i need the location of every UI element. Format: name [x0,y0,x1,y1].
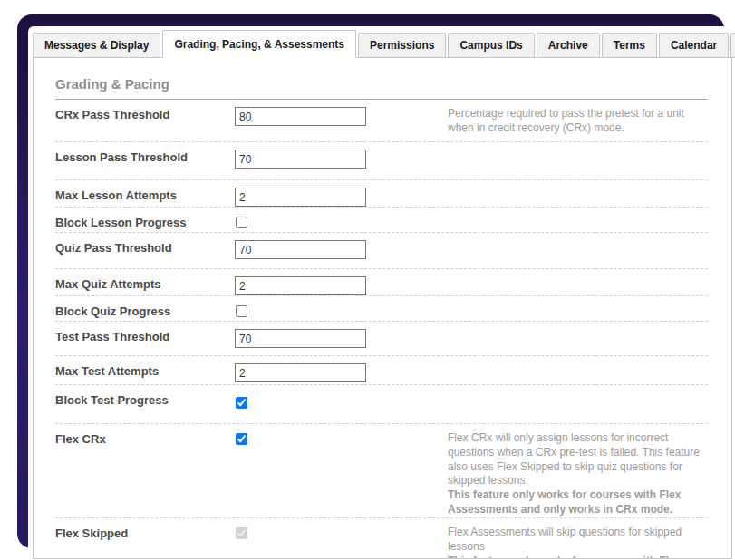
form-row-quiz-pass-threshold: Quiz Pass Threshold [55,233,708,269]
form-row-block-test-progress: Block Test Progress [55,385,708,424]
tab-archive[interactable]: Archive [537,33,600,58]
field-help [448,362,708,363]
field-control [235,430,448,449]
flex-skipped-checkbox [236,527,247,539]
help-text-bold: This feature only works for courses with… [448,488,708,517]
form-row-max-quiz-attempts: Max Quiz Attempts [55,269,708,296]
field-help [448,302,708,304]
field-help: Percentage required to pass the pretest … [448,105,708,136]
form-row-block-quiz-progress: Block Quiz Progress [55,296,708,322]
field-label: Quiz Pass Threshold [55,238,235,255]
max-quiz-attempts-input[interactable] [235,276,366,295]
field-help [448,327,708,329]
field-help [448,186,708,188]
form-row-test-pass-threshold: Test Pass Threshold [55,322,708,356]
field-control [235,186,448,207]
field-control [235,524,448,543]
flex-crx-checkbox[interactable] [236,433,247,445]
field-control [235,302,448,321]
field-control [235,275,448,295]
form-row-max-lesson-attempts: Max Lesson Attempts [55,180,708,208]
help-text: Percentage required to pass the pretest … [448,107,684,134]
field-label: Max Test Attempts [55,362,235,378]
field-label: Block Quiz Progress [55,302,235,318]
form-row-flex-skipped: Flex Skipped Flex Assessments will skip … [55,518,708,559]
tab-permissions[interactable]: Permissions [358,33,446,58]
field-control [235,391,448,412]
field-label: Block Lesson Progress [55,213,235,229]
field-label: Flex CRx [55,430,235,446]
field-control [235,238,448,259]
max-test-attempts-input[interactable] [235,363,366,382]
field-control [235,105,448,126]
tab-grading-pacing-assessments[interactable]: Grading, Pacing, & Assessments [162,30,356,58]
field-control [235,362,448,382]
field-label: Flex Skipped [55,524,235,540]
field-help [448,391,708,392]
field-label: CRx Pass Threshold [55,105,235,121]
field-control [235,213,448,232]
field-help: Flex Assessments will skip questions for… [448,524,708,559]
tab-campus-ids[interactable]: Campus IDs [448,33,534,58]
field-label: Max Lesson Attempts [55,186,235,202]
tab-user-associations[interactable]: User Associations [730,33,735,58]
help-text-bold: This feature only works for courses with… [448,555,708,559]
tab-terms[interactable]: Terms [602,33,657,58]
field-help [448,213,708,215]
block-lesson-progress-checkbox[interactable] [236,217,247,228]
crx-pass-threshold-input[interactable] [235,107,366,126]
settings-card: Messages & Display Grading, Pacing, & As… [28,26,735,560]
field-control [235,327,448,348]
tab-panel: Grading & Pacing CRx Pass Threshold Perc… [33,57,732,559]
form-row-block-lesson-progress: Block Lesson Progress [55,208,708,233]
form-row-lesson-pass-threshold: Lesson Pass Threshold [55,142,708,180]
max-lesson-attempts-input[interactable] [235,188,366,207]
form-row-crx-pass-threshold: CRx Pass Threshold Percentage required t… [55,100,708,142]
field-help [448,238,708,240]
tab-calendar[interactable]: Calendar [659,33,729,58]
field-label: Test Pass Threshold [55,327,235,343]
help-text: Flex Assessments will skip questions for… [448,526,682,553]
field-label: Max Quiz Attempts [55,275,235,291]
field-control [235,148,448,169]
field-help [448,148,708,150]
help-text: Flex CRx will only assign lessons for in… [448,431,700,487]
field-label: Lesson Pass Threshold [55,148,235,164]
lesson-pass-threshold-input[interactable] [235,150,366,169]
section-heading: Grading & Pacing [55,71,708,100]
block-test-progress-checkbox[interactable] [236,397,247,409]
field-label: Block Test Progress [55,391,235,407]
form-row-max-test-attempts: Max Test Attempts [55,356,708,385]
tab-bar: Messages & Display Grading, Pacing, & As… [33,26,735,57]
block-quiz-progress-checkbox[interactable] [236,305,247,317]
form-row-flex-crx: Flex CRx Flex CRx will only assign lesso… [55,424,708,518]
field-help: Flex CRx will only assign lessons for in… [448,430,708,517]
field-help [448,275,708,276]
quiz-pass-threshold-input[interactable] [235,240,366,259]
tab-messages-display[interactable]: Messages & Display [33,33,160,58]
test-pass-threshold-input[interactable] [235,329,366,348]
